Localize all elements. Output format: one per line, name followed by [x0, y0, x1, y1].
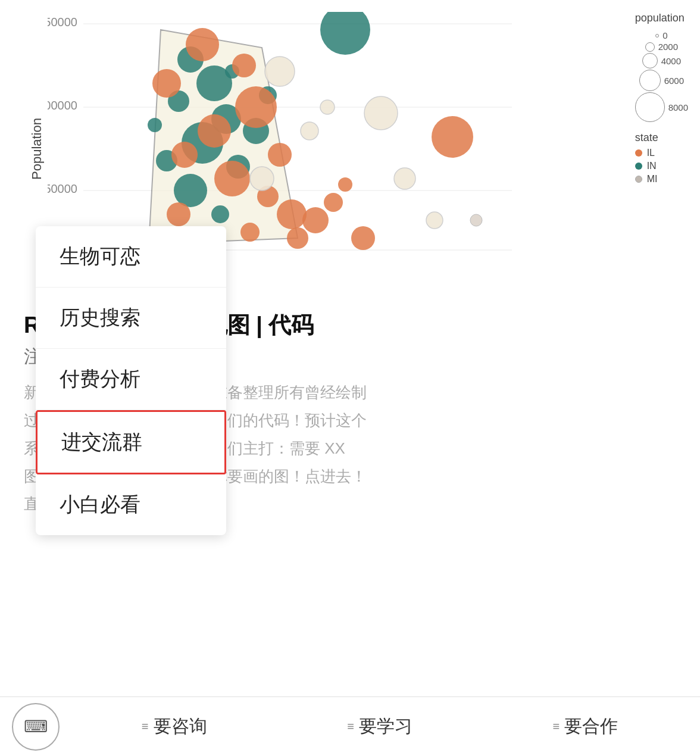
keyboard-icon: ⌨ — [24, 717, 48, 736]
nav-items: ≡ 要咨询 ≡ 要学习 ≡ 要合作 — [60, 714, 700, 739]
svg-point-14 — [174, 174, 207, 207]
legend-size-title: population — [635, 12, 688, 24]
legend-il: IL — [647, 148, 655, 158]
svg-text:150000: 150000 — [48, 15, 77, 29]
nav-cooperate[interactable]: ≡ 要合作 — [552, 714, 618, 739]
svg-point-18 — [148, 118, 162, 132]
nav-learn[interactable]: ≡ 要学习 — [347, 714, 412, 739]
dropdown-item-beginner[interactable]: 小白必看 — [36, 474, 226, 535]
svg-point-27 — [214, 161, 250, 196]
svg-text:50000: 50000 — [48, 182, 77, 195]
svg-point-34 — [302, 207, 329, 233]
legend-mi: MI — [647, 174, 658, 185]
svg-point-24 — [235, 86, 277, 128]
svg-point-38 — [265, 57, 295, 86]
nav-cooperate-icon: ≡ — [552, 720, 560, 733]
svg-point-32 — [277, 199, 307, 229]
dropdown-menu: 生物可恋 历史搜索 付费分析 进交流群 小白必看 — [36, 226, 226, 535]
svg-point-25 — [198, 114, 231, 148]
svg-point-45 — [320, 12, 370, 55]
svg-point-46 — [432, 116, 473, 158]
dropdown-item-paid[interactable]: 付费分析 — [36, 349, 226, 410]
dropdown-item-history[interactable]: 历史搜索 — [36, 288, 226, 349]
svg-point-47 — [470, 214, 482, 226]
svg-point-42 — [364, 96, 398, 130]
nav-learn-icon: ≡ — [347, 720, 354, 733]
svg-point-40 — [301, 122, 318, 140]
legend-in: IN — [647, 161, 657, 171]
svg-point-31 — [268, 143, 292, 167]
nav-learn-label: 要学习 — [359, 714, 412, 739]
svg-point-44 — [426, 212, 443, 229]
chart-legend: population 0 2000 4000 — [635, 12, 688, 187]
svg-point-22 — [232, 54, 256, 77]
svg-point-41 — [320, 100, 335, 114]
svg-point-23 — [152, 69, 181, 98]
svg-point-21 — [186, 28, 219, 61]
svg-point-35 — [324, 193, 343, 212]
nav-consult-label: 要咨询 — [154, 714, 207, 739]
dropdown-item-bio[interactable]: 生物可恋 — [36, 226, 226, 288]
svg-point-36 — [338, 177, 352, 192]
svg-point-37 — [351, 226, 375, 250]
nav-cooperate-label: 要合作 — [564, 714, 618, 739]
svg-point-39 — [250, 167, 274, 190]
svg-point-26 — [171, 142, 198, 168]
svg-text:100000: 100000 — [48, 99, 77, 112]
dropdown-item-group[interactable]: 进交流群 — [36, 410, 226, 474]
keyboard-button[interactable]: ⌨ — [12, 703, 60, 751]
nav-consult-icon: ≡ — [142, 720, 149, 733]
svg-point-43 — [394, 168, 415, 189]
bottom-nav: ⌨ ≡ 要咨询 ≡ 要学习 ≡ 要合作 — [0, 696, 700, 756]
svg-point-29 — [167, 202, 190, 226]
svg-point-30 — [240, 223, 260, 242]
y-axis-label: Population — [29, 118, 45, 180]
svg-point-15 — [211, 205, 229, 223]
svg-point-33 — [287, 227, 308, 249]
legend-state-title: state — [635, 132, 688, 144]
nav-consult[interactable]: ≡ 要咨询 — [142, 714, 207, 739]
